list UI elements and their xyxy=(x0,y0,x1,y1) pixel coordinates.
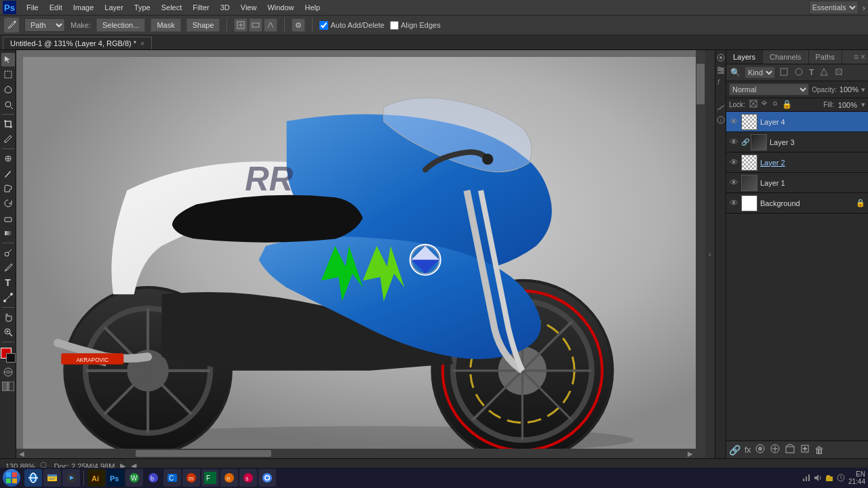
filter-pixel-icon[interactable] xyxy=(778,67,790,79)
new-layer-icon[interactable] xyxy=(800,443,810,456)
layer-row-3[interactable]: 👁 🔗 Layer 3 xyxy=(726,132,868,152)
panel-icon-info[interactable]: i xyxy=(716,115,726,125)
menu-help[interactable]: Help xyxy=(300,2,326,13)
start-button[interactable] xyxy=(3,469,20,487)
menu-3d[interactable]: 3D xyxy=(216,2,235,13)
h-scroll-right[interactable]: ▶ xyxy=(688,450,693,458)
crop-tool[interactable] xyxy=(1,117,15,131)
layer-row-1[interactable]: 👁 Layer 1 xyxy=(726,173,868,193)
menu-filter[interactable]: Filter xyxy=(188,2,214,13)
layer3-visibility[interactable]: 👁 xyxy=(729,137,738,147)
background-color[interactable] xyxy=(6,353,16,363)
menu-layer[interactable]: Layer xyxy=(100,2,128,13)
pen-tool-icon[interactable] xyxy=(4,18,19,33)
bg-visibility[interactable]: 👁 xyxy=(729,198,738,208)
delete-layer-icon[interactable]: 🗑 xyxy=(814,445,824,455)
taskbar-ie[interactable] xyxy=(24,469,42,487)
taskbar-ps[interactable]: Ps xyxy=(106,469,124,487)
taskbar-app8[interactable]: s xyxy=(239,469,257,487)
menu-type[interactable]: Type xyxy=(130,2,155,13)
screen-mode-btn[interactable] xyxy=(2,382,14,391)
lock-position-icon[interactable] xyxy=(771,100,779,110)
hand-tool[interactable] xyxy=(1,310,15,324)
filter-smart-icon[interactable] xyxy=(833,67,845,79)
path-selection-tool[interactable] xyxy=(1,53,15,66)
color-swatch[interactable] xyxy=(1,348,16,363)
filter-text-icon[interactable]: T xyxy=(808,68,815,77)
panel-icon-hist[interactable] xyxy=(716,103,726,113)
gradient-tool[interactable] xyxy=(1,226,15,240)
menu-edit[interactable]: Edit xyxy=(45,2,67,13)
tool-mode-select[interactable]: Path xyxy=(24,18,65,32)
panel-menu-icon[interactable]: ≡ xyxy=(854,52,859,62)
opacity-value[interactable]: 100% xyxy=(840,85,859,94)
fill-arrow[interactable]: ▾ xyxy=(861,100,865,109)
tab-close[interactable]: × xyxy=(140,40,144,47)
history-brush-tool[interactable] xyxy=(1,197,15,210)
canvas[interactable]: AKRAPOVIC RR xyxy=(23,57,696,449)
taskbar-app5[interactable]: m xyxy=(182,469,200,487)
make-selection-btn[interactable]: Selection... xyxy=(96,18,145,32)
eraser-tool[interactable] xyxy=(1,211,15,225)
layer-row-4[interactable]: 👁 Layer 4 xyxy=(726,112,868,132)
add-mask-icon[interactable] xyxy=(755,443,766,456)
menu-window[interactable]: Window xyxy=(262,2,298,13)
tab-layers[interactable]: Layers xyxy=(726,50,763,64)
tab-paths[interactable]: Paths xyxy=(809,50,842,64)
filter-adj-icon[interactable] xyxy=(793,67,805,79)
taskbar-chrome[interactable] xyxy=(258,469,276,487)
menu-select[interactable]: Select xyxy=(157,2,187,13)
taskbar-ai[interactable]: Ai xyxy=(87,469,105,487)
align-edges-checkbox[interactable] xyxy=(390,21,399,30)
v-scrollbar[interactable] xyxy=(696,50,705,458)
taskbar-explorer[interactable] xyxy=(43,469,61,487)
workspace-arrow[interactable]: › xyxy=(863,3,865,13)
panel-icon-style[interactable]: f xyxy=(716,77,726,87)
lock-transparent-icon[interactable] xyxy=(749,100,757,110)
panel-collapse-btn[interactable]: ‹ xyxy=(705,50,715,458)
taskbar-browser2[interactable]: W xyxy=(125,469,143,487)
adjustment-icon[interactable] xyxy=(770,443,781,456)
menu-file[interactable]: File xyxy=(22,2,43,13)
document-tab[interactable]: Untitled-1 @ 131% (Layer 4, RGB/8) * × xyxy=(3,37,152,49)
settings-icon[interactable]: ⚙ xyxy=(292,18,305,32)
layer-row-bg[interactable]: 👁 Background 🔒 xyxy=(726,193,868,214)
panel-close-icon[interactable]: × xyxy=(861,52,865,62)
healing-brush-tool[interactable] xyxy=(1,152,15,165)
taskbar-app7[interactable]: n xyxy=(220,469,238,487)
text-tool[interactable]: T xyxy=(1,276,15,289)
blend-mode-select[interactable]: Normal xyxy=(729,83,809,96)
taskbar-app6[interactable]: F xyxy=(201,469,219,487)
panel-icon-adj[interactable] xyxy=(716,65,726,75)
lock-all-icon[interactable]: 🔒 xyxy=(782,100,792,110)
layer1-visibility[interactable]: 👁 xyxy=(729,178,738,188)
v-scrollbar-thumb[interactable] xyxy=(696,64,705,104)
filter-shape-icon[interactable] xyxy=(818,67,830,79)
filter-icon[interactable]: 🔍 xyxy=(729,68,742,77)
panel-icon-color[interactable] xyxy=(716,53,726,62)
layer4-visibility[interactable]: 👁 xyxy=(729,117,738,127)
lock-image-icon[interactable] xyxy=(760,100,768,110)
taskbar-app4[interactable]: C xyxy=(163,469,181,487)
path-tool[interactable] xyxy=(1,291,15,304)
quick-mask-btn[interactable] xyxy=(1,365,15,379)
h-scrollbar-thumb[interactable] xyxy=(136,450,271,457)
h-scroll-left[interactable]: ◀ xyxy=(19,450,24,458)
zoom-tool[interactable] xyxy=(1,325,15,339)
link-layers-icon[interactable]: 🔗 xyxy=(729,445,741,455)
taskbar-app3[interactable]: b xyxy=(144,469,162,487)
pen-tool[interactable] xyxy=(1,261,15,274)
taskbar-media[interactable] xyxy=(62,469,80,487)
auto-add-delete-checkbox[interactable] xyxy=(319,21,328,30)
new-group-icon[interactable] xyxy=(785,443,795,456)
filter-type-select[interactable]: Kind xyxy=(745,66,775,79)
tab-channels[interactable]: Channels xyxy=(763,50,808,64)
lasso-tool[interactable] xyxy=(1,83,15,96)
marquee-tool[interactable] xyxy=(1,68,15,81)
quick-select-tool[interactable] xyxy=(1,98,15,111)
layer2-visibility[interactable]: 👁 xyxy=(729,157,738,167)
transform-icon3[interactable] xyxy=(264,18,277,32)
menu-image[interactable]: Image xyxy=(68,2,99,13)
opacity-arrow[interactable]: ▾ xyxy=(861,85,865,94)
dodge-tool[interactable] xyxy=(1,246,15,260)
